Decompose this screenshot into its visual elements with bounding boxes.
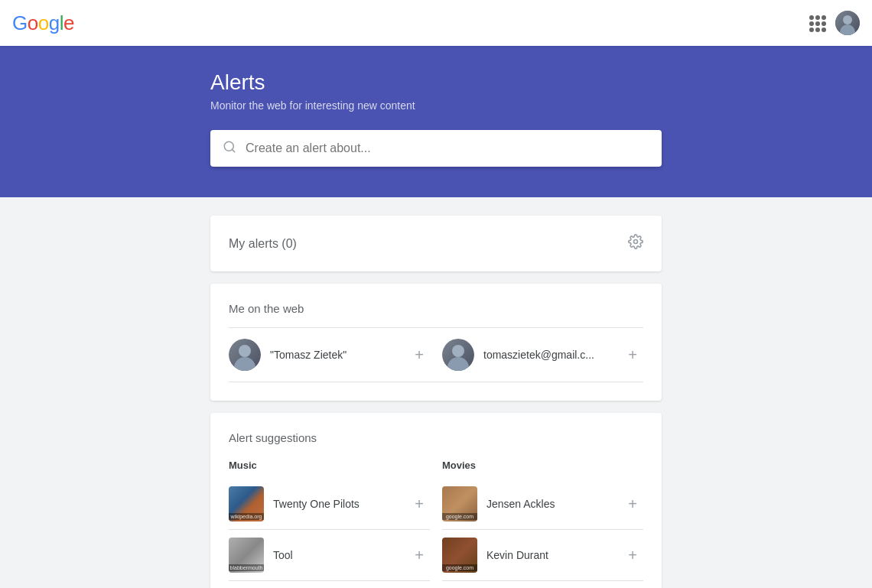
apps-icon[interactable] [808, 14, 826, 32]
add-tool-button[interactable]: + [408, 544, 430, 566]
suggestion-item-twenty-one-pilots[interactable]: Twenty One Pilots + [229, 479, 430, 530]
google-logo: Google [12, 11, 74, 35]
my-alerts-header: My alerts (0) [229, 234, 643, 253]
svg-line-1 [232, 149, 234, 151]
gear-icon[interactable] [628, 234, 643, 253]
add-email-alert-button[interactable]: + [622, 344, 643, 365]
logo-g2: g [49, 11, 60, 34]
search-bar[interactable] [210, 130, 662, 167]
add-kevin-durant-button[interactable]: + [622, 544, 643, 566]
add-name-alert-button[interactable]: + [408, 344, 430, 365]
suggestions-columns: Music Twenty One Pilots + Tool + Pearl J… [229, 460, 643, 588]
music-column-header: Music [229, 460, 430, 471]
topbar-right [808, 11, 860, 35]
add-twenty-one-pilots-button[interactable]: + [408, 493, 430, 515]
header-title-area: Alerts Monitor the web for interesting n… [210, 70, 662, 112]
search-icon [223, 140, 236, 158]
my-alerts-card: My alerts (0) [210, 216, 662, 271]
user-avatar[interactable] [835, 11, 860, 35]
me-avatar-1 [229, 339, 261, 371]
topbar: Google [0, 0, 872, 46]
svg-point-2 [634, 240, 638, 244]
header-section: Alerts Monitor the web for interesting n… [0, 46, 872, 197]
kevin-durant-thumb [442, 538, 477, 573]
me-on-web-title: Me on the web [229, 302, 643, 315]
logo-g: G [12, 11, 28, 34]
suggestion-item-jensen-ackles[interactable]: Jensen Ackles + [442, 479, 643, 530]
music-column: Music Twenty One Pilots + Tool + Pearl J… [229, 460, 430, 588]
movies-column-header: Movies [442, 460, 643, 471]
me-label-email: tomaszietek@gmail.c... [483, 349, 613, 361]
tool-thumb [229, 538, 264, 573]
page-title: Alerts [210, 70, 662, 95]
twenty-one-pilots-thumb [229, 486, 264, 521]
suggestion-item-tool[interactable]: Tool + [229, 530, 430, 581]
twenty-one-pilots-label: Twenty One Pilots [273, 498, 399, 510]
my-alerts-title: My alerts (0) [229, 237, 297, 251]
me-on-web-item-name[interactable]: "Tomasz Zietek" + [229, 328, 430, 382]
logo-e: e [63, 11, 74, 34]
jensen-ackles-thumb [442, 486, 477, 521]
me-on-web-item-email[interactable]: tomaszietek@gmail.c... + [430, 328, 643, 382]
suggestions-title: Alert suggestions [229, 431, 643, 444]
suggestion-item-pearl-jam[interactable]: Pearl Jam + [229, 581, 430, 588]
tool-label: Tool [273, 549, 399, 561]
kevin-durant-label: Kevin Durant [486, 549, 613, 561]
suggestion-item-sebastian-stan[interactable]: Sebastian Stan + [442, 581, 643, 588]
suggestion-item-kevin-durant[interactable]: Kevin Durant + [442, 530, 643, 581]
me-on-web-row: "Tomasz Zietek" + tomaszietek@gmail.c...… [229, 327, 643, 382]
logo-o1: o [28, 11, 38, 34]
main-content: My alerts (0) Me on the web "Tomasz Ziet… [0, 197, 872, 588]
me-on-web-card: Me on the web "Tomasz Zietek" + tomaszie… [210, 284, 662, 401]
me-label-name: "Tomasz Zietek" [270, 349, 399, 361]
add-jensen-ackles-button[interactable]: + [622, 493, 643, 515]
alert-suggestions-card: Alert suggestions Music Twenty One Pilot… [210, 413, 662, 588]
logo-o2: o [38, 11, 49, 34]
movies-column: Movies Jensen Ackles + Kevin Durant + Se… [430, 460, 643, 588]
search-input[interactable] [246, 141, 649, 155]
page-subtitle: Monitor the web for interesting new cont… [210, 99, 662, 112]
me-avatar-2 [442, 339, 474, 371]
jensen-ackles-label: Jensen Ackles [486, 498, 613, 510]
